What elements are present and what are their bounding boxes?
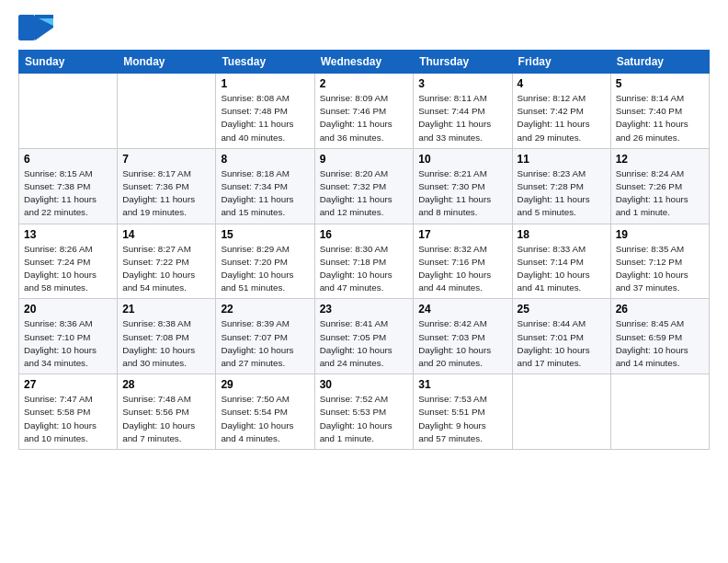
calendar-cell: 16Sunrise: 8:30 AM Sunset: 7:18 PM Dayli…: [314, 224, 414, 299]
col-saturday: Saturday: [610, 51, 709, 74]
day-info: Sunrise: 7:50 AM Sunset: 5:54 PM Dayligh…: [221, 393, 309, 445]
calendar-cell: 20Sunrise: 8:36 AM Sunset: 7:10 PM Dayli…: [19, 299, 118, 374]
day-number: 18: [518, 228, 606, 241]
calendar-cell: [19, 74, 118, 149]
calendar-week-row: 20Sunrise: 8:36 AM Sunset: 7:10 PM Dayli…: [19, 299, 710, 374]
day-info: Sunrise: 8:26 AM Sunset: 7:24 PM Dayligh…: [24, 243, 112, 295]
calendar-week-row: 13Sunrise: 8:26 AM Sunset: 7:24 PM Dayli…: [19, 224, 710, 299]
day-number: 14: [122, 228, 210, 241]
day-info: Sunrise: 8:36 AM Sunset: 7:10 PM Dayligh…: [24, 317, 112, 370]
day-number: 12: [616, 153, 704, 166]
day-number: 30: [320, 378, 409, 391]
day-info: Sunrise: 8:09 AM Sunset: 7:46 PM Dayligh…: [320, 92, 409, 144]
calendar-week-row: 27Sunrise: 7:47 AM Sunset: 5:58 PM Dayli…: [19, 374, 710, 450]
col-friday: Friday: [512, 51, 610, 74]
day-number: 19: [616, 228, 704, 241]
calendar-cell: 18Sunrise: 8:33 AM Sunset: 7:14 PM Dayli…: [512, 224, 610, 299]
calendar-cell: 8Sunrise: 8:18 AM Sunset: 7:34 PM Daylig…: [216, 148, 314, 224]
calendar-cell: 28Sunrise: 7:48 AM Sunset: 5:56 PM Dayli…: [118, 374, 216, 450]
day-info: Sunrise: 8:33 AM Sunset: 7:14 PM Dayligh…: [518, 243, 606, 295]
calendar-cell: 12Sunrise: 8:24 AM Sunset: 7:26 PM Dayli…: [610, 148, 709, 224]
calendar: Sunday Monday Tuesday Wednesday Thursday…: [18, 50, 710, 450]
day-number: 7: [122, 153, 210, 166]
day-info: Sunrise: 7:48 AM Sunset: 5:56 PM Dayligh…: [122, 393, 210, 445]
calendar-week-row: 6Sunrise: 8:15 AM Sunset: 7:38 PM Daylig…: [19, 148, 710, 224]
day-info: Sunrise: 8:12 AM Sunset: 7:42 PM Dayligh…: [518, 92, 606, 144]
calendar-cell: 6Sunrise: 8:15 AM Sunset: 7:38 PM Daylig…: [19, 148, 118, 224]
day-info: Sunrise: 8:24 AM Sunset: 7:26 PM Dayligh…: [616, 167, 704, 220]
col-monday: Monday: [118, 51, 216, 74]
day-number: 29: [221, 378, 309, 391]
day-number: 27: [24, 378, 112, 391]
day-info: Sunrise: 8:35 AM Sunset: 7:12 PM Dayligh…: [616, 243, 704, 295]
day-number: 6: [24, 153, 112, 166]
calendar-cell: 7Sunrise: 8:17 AM Sunset: 7:36 PM Daylig…: [118, 148, 216, 224]
calendar-cell: 14Sunrise: 8:27 AM Sunset: 7:22 PM Dayli…: [118, 224, 216, 299]
day-info: Sunrise: 7:53 AM Sunset: 5:51 PM Dayligh…: [418, 393, 506, 445]
calendar-cell: 23Sunrise: 8:41 AM Sunset: 7:05 PM Dayli…: [314, 299, 414, 374]
day-info: Sunrise: 8:45 AM Sunset: 6:59 PM Dayligh…: [616, 317, 704, 370]
day-info: Sunrise: 8:21 AM Sunset: 7:30 PM Dayligh…: [418, 167, 506, 220]
calendar-cell: 27Sunrise: 7:47 AM Sunset: 5:58 PM Dayli…: [19, 374, 118, 450]
calendar-week-row: 1Sunrise: 8:08 AM Sunset: 7:48 PM Daylig…: [19, 74, 710, 149]
calendar-cell: 2Sunrise: 8:09 AM Sunset: 7:46 PM Daylig…: [314, 74, 414, 149]
col-sunday: Sunday: [19, 51, 118, 74]
day-info: Sunrise: 8:32 AM Sunset: 7:16 PM Dayligh…: [418, 243, 506, 295]
calendar-cell: [512, 374, 610, 450]
calendar-cell: 30Sunrise: 7:52 AM Sunset: 5:53 PM Dayli…: [314, 374, 414, 450]
day-number: 11: [518, 153, 606, 166]
day-number: 25: [518, 303, 606, 316]
day-number: 1: [221, 77, 309, 90]
calendar-cell: 21Sunrise: 8:38 AM Sunset: 7:08 PM Dayli…: [118, 299, 216, 374]
calendar-cell: 13Sunrise: 8:26 AM Sunset: 7:24 PM Dayli…: [19, 224, 118, 299]
day-info: Sunrise: 7:52 AM Sunset: 5:53 PM Dayligh…: [320, 393, 409, 445]
day-number: 5: [616, 77, 704, 90]
page: Sunday Monday Tuesday Wednesday Thursday…: [0, 0, 728, 563]
day-info: Sunrise: 8:44 AM Sunset: 7:01 PM Dayligh…: [518, 317, 606, 370]
calendar-cell: 11Sunrise: 8:23 AM Sunset: 7:28 PM Dayli…: [512, 148, 610, 224]
logo-icon: [18, 15, 53, 40]
day-number: 2: [320, 77, 409, 90]
day-info: Sunrise: 8:38 AM Sunset: 7:08 PM Dayligh…: [122, 317, 210, 370]
day-info: Sunrise: 8:30 AM Sunset: 7:18 PM Dayligh…: [320, 243, 409, 295]
day-info: Sunrise: 8:15 AM Sunset: 7:38 PM Dayligh…: [24, 167, 112, 220]
day-number: 8: [221, 153, 309, 166]
calendar-cell: 9Sunrise: 8:20 AM Sunset: 7:32 PM Daylig…: [314, 148, 414, 224]
calendar-cell: 24Sunrise: 8:42 AM Sunset: 7:03 PM Dayli…: [414, 299, 512, 374]
day-number: 22: [221, 303, 309, 316]
day-info: Sunrise: 8:27 AM Sunset: 7:22 PM Dayligh…: [122, 243, 210, 295]
day-info: Sunrise: 8:23 AM Sunset: 7:28 PM Dayligh…: [518, 167, 606, 220]
calendar-cell: 17Sunrise: 8:32 AM Sunset: 7:16 PM Dayli…: [414, 224, 512, 299]
day-number: 21: [122, 303, 210, 316]
day-number: 4: [518, 77, 606, 90]
col-tuesday: Tuesday: [216, 51, 314, 74]
day-info: Sunrise: 8:20 AM Sunset: 7:32 PM Dayligh…: [320, 167, 409, 220]
calendar-cell: 19Sunrise: 8:35 AM Sunset: 7:12 PM Dayli…: [610, 224, 709, 299]
day-number: 15: [221, 228, 309, 241]
day-number: 23: [320, 303, 409, 316]
day-info: Sunrise: 8:08 AM Sunset: 7:48 PM Dayligh…: [221, 92, 309, 144]
calendar-cell: 5Sunrise: 8:14 AM Sunset: 7:40 PM Daylig…: [610, 74, 709, 149]
calendar-cell: 25Sunrise: 8:44 AM Sunset: 7:01 PM Dayli…: [512, 299, 610, 374]
day-number: 24: [418, 303, 506, 316]
calendar-header-row: Sunday Monday Tuesday Wednesday Thursday…: [19, 51, 710, 74]
calendar-cell: 22Sunrise: 8:39 AM Sunset: 7:07 PM Dayli…: [216, 299, 314, 374]
day-number: 16: [320, 228, 409, 241]
day-info: Sunrise: 8:18 AM Sunset: 7:34 PM Dayligh…: [221, 167, 309, 220]
day-info: Sunrise: 8:39 AM Sunset: 7:07 PM Dayligh…: [221, 317, 309, 370]
col-wednesday: Wednesday: [314, 51, 414, 74]
calendar-cell: 4Sunrise: 8:12 AM Sunset: 7:42 PM Daylig…: [512, 74, 610, 149]
col-thursday: Thursday: [414, 51, 512, 74]
day-number: 10: [418, 153, 506, 166]
calendar-cell: [610, 374, 709, 450]
calendar-cell: 29Sunrise: 7:50 AM Sunset: 5:54 PM Dayli…: [216, 374, 314, 450]
day-number: 20: [24, 303, 112, 316]
svg-rect-0: [18, 15, 35, 40]
day-info: Sunrise: 8:11 AM Sunset: 7:44 PM Dayligh…: [418, 92, 506, 144]
calendar-cell: 10Sunrise: 8:21 AM Sunset: 7:30 PM Dayli…: [414, 148, 512, 224]
day-number: 17: [418, 228, 506, 241]
header: [18, 15, 710, 40]
calendar-cell: 31Sunrise: 7:53 AM Sunset: 5:51 PM Dayli…: [414, 374, 512, 450]
logo: [18, 15, 57, 40]
calendar-cell: 15Sunrise: 8:29 AM Sunset: 7:20 PM Dayli…: [216, 224, 314, 299]
